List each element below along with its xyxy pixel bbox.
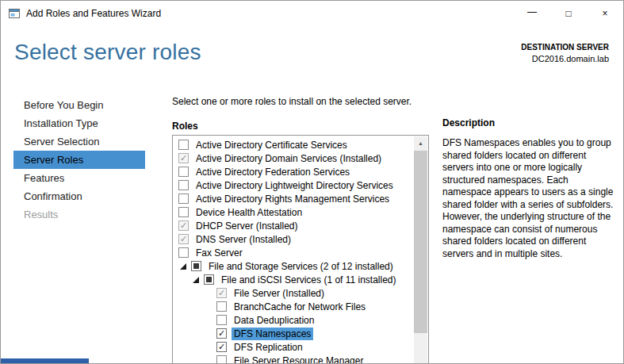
wizard-steps-nav: Before You BeginInstallation TypeServer … [13, 96, 145, 224]
close-button[interactable]: × [587, 1, 623, 25]
scrollbar-thumb[interactable] [414, 151, 427, 333]
role-row[interactable]: Fax Server [174, 246, 413, 259]
wizard-app-icon [8, 7, 21, 20]
destination-server-label: DESTINATION SERVER [521, 42, 609, 53]
role-checkbox[interactable]: ✓ [178, 220, 189, 231]
role-row[interactable]: ✓DNS Server (Installed) [174, 232, 413, 246]
role-checkbox[interactable]: ✓ [216, 342, 227, 352]
sidebar-item-results: Results [13, 205, 145, 224]
role-label[interactable]: File Server (Installed) [232, 287, 327, 300]
minimize-icon: — [527, 6, 537, 17]
role-checkbox[interactable]: ✓ [216, 328, 227, 339]
role-checkbox[interactable] [178, 180, 189, 190]
tree-expander-icon[interactable] [191, 277, 204, 283]
role-checkbox[interactable] [178, 140, 189, 150]
description-panel: Description DFS Namespaces enables you t… [442, 117, 614, 260]
role-row[interactable]: ✓Active Directory Domain Services (Insta… [174, 151, 413, 165]
role-checkbox[interactable]: ✓ [178, 234, 189, 244]
role-label[interactable]: Active Directory Domain Services (Instal… [193, 152, 384, 165]
page-title: Select server roles [14, 40, 201, 65]
role-checkbox[interactable] [216, 355, 227, 364]
window-title: Add Roles and Features Wizard [26, 8, 161, 19]
description-text: DFS Namespaces enables you to group shar… [442, 137, 614, 260]
role-checkbox[interactable] [178, 167, 189, 177]
role-label[interactable]: Active Directory Rights Management Servi… [193, 193, 392, 205]
window-controls: — □ × [514, 1, 623, 25]
role-label[interactable]: DFS Namespaces [232, 328, 313, 340]
sidebar-item-confirmation[interactable]: Confirmation [13, 187, 145, 205]
role-checkbox[interactable] [216, 315, 227, 325]
tree-expander-icon[interactable] [178, 263, 191, 270]
sidebar-item-features[interactable]: Features [13, 169, 145, 187]
role-label[interactable]: File Server Resource Manager [232, 354, 366, 364]
role-label[interactable]: Device Health Attestation [193, 206, 304, 219]
sidebar-item-server-roles[interactable]: Server Roles [13, 151, 145, 169]
role-row[interactable]: BranchCache for Network Files [174, 300, 413, 313]
role-row[interactable]: File Server Resource Manager [174, 354, 413, 364]
roles-rows: Active Directory Certificate Services✓Ac… [174, 138, 413, 364]
role-label[interactable]: BranchCache for Network Files [232, 301, 368, 313]
role-checkbox[interactable] [178, 193, 189, 204]
wizard-window: Add Roles and Features Wizard — □ × Sele… [0, 0, 624, 364]
role-label[interactable]: Active Directory Federation Services [193, 166, 352, 178]
maximize-icon: □ [565, 8, 571, 19]
instruction-text: Select one or more roles to install on t… [172, 96, 412, 107]
role-label[interactable]: File and Storage Services (2 of 12 insta… [206, 260, 396, 273]
role-checkbox[interactable]: ✓ [178, 153, 189, 163]
scrollbar-up-icon[interactable]: ▲ [414, 136, 427, 150]
role-label[interactable]: DNS Server (Installed) [193, 233, 293, 246]
roles-list-label: Roles [172, 121, 198, 132]
role-label[interactable]: File and iSCSI Services (1 of 11 install… [219, 274, 399, 286]
role-checkbox[interactable] [178, 207, 189, 217]
role-row[interactable]: Device Health Attestation [174, 205, 413, 219]
destination-server-value: DC2016.domain.lab [521, 53, 609, 65]
role-checkbox[interactable] [216, 301, 227, 312]
role-row[interactable]: Active Directory Certificate Services [174, 138, 413, 151]
role-checkbox[interactable]: ✓ [216, 288, 227, 298]
role-label[interactable]: Active Directory Lightweight Directory S… [193, 179, 396, 192]
maximize-button[interactable]: □ [550, 1, 587, 25]
role-row[interactable]: Active Directory Federation Services [174, 165, 413, 178]
role-row[interactable]: Active Directory Lightweight Directory S… [174, 178, 413, 192]
role-row[interactable]: File and Storage Services (2 of 12 insta… [174, 259, 413, 273]
role-row[interactable]: ✓DFS Namespaces [174, 327, 413, 340]
role-row[interactable]: ✓File Server (Installed) [174, 286, 413, 300]
roles-list: Active Directory Certificate Services✓Ac… [172, 135, 429, 364]
sidebar-item-before-you-begin[interactable]: Before You Begin [13, 96, 145, 114]
role-row[interactable]: ✓DHCP Server (Installed) [174, 219, 413, 232]
close-icon: × [602, 8, 607, 19]
role-row[interactable]: Data Deduplication [174, 313, 413, 327]
role-row[interactable]: File and iSCSI Services (1 of 11 install… [174, 273, 413, 286]
role-checkbox[interactable] [178, 247, 189, 258]
role-checkbox[interactable] [204, 274, 214, 285]
role-label[interactable]: DFS Replication [232, 341, 305, 354]
role-label[interactable]: DHCP Server (Installed) [193, 220, 300, 232]
role-row[interactable]: Active Directory Rights Management Servi… [174, 192, 413, 205]
background-window-fragment [1, 358, 89, 363]
description-title: Description [442, 117, 614, 128]
role-checkbox[interactable] [191, 261, 201, 271]
role-label[interactable]: Fax Server [193, 247, 245, 259]
roles-scrollbar[interactable]: ▲ [414, 136, 427, 364]
destination-server-block: DESTINATION SERVER DC2016.domain.lab [521, 42, 609, 64]
sidebar-item-installation-type[interactable]: Installation Type [13, 114, 145, 132]
title-bar: Add Roles and Features Wizard — □ × [1, 1, 623, 25]
role-label[interactable]: Data Deduplication [232, 314, 316, 327]
sidebar-item-server-selection[interactable]: Server Selection [13, 132, 145, 151]
minimize-button[interactable]: — [514, 1, 550, 25]
role-row[interactable]: ✓DFS Replication [174, 340, 413, 354]
role-label[interactable]: Active Directory Certificate Services [193, 139, 350, 151]
